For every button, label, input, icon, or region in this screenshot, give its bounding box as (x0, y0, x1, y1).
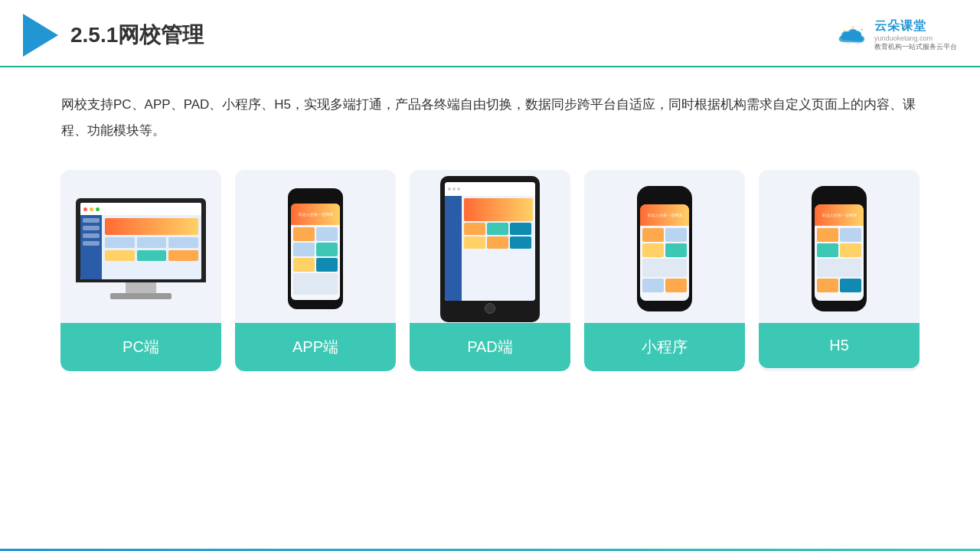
brand-subtitle: 教育机构一站式服务云平台 (874, 42, 957, 52)
brand-name: 云朵课堂 (874, 18, 926, 34)
card-pc-image (60, 170, 221, 323)
card-pc-label: PC端 (60, 323, 221, 371)
svg-point-3 (843, 30, 844, 31)
card-miniapp-label: 小程序 (584, 323, 745, 371)
card-pc: PC端 (60, 170, 221, 371)
card-h5-image: 职达人的第一堂网课 (759, 170, 920, 323)
phone-device: 职达人的第一堂网课 (288, 188, 343, 309)
svg-point-2 (852, 26, 854, 28)
header-left: 2.5.1网校管理 (23, 14, 204, 57)
card-app-label: APP端 (235, 323, 396, 371)
logo-triangle-icon (23, 14, 58, 57)
card-miniapp: 职达人的第一堂网课 (584, 170, 745, 371)
cloud-logo-icon (836, 23, 870, 47)
page-title: 2.5.1网校管理 (70, 21, 204, 50)
phone-device-3: 职达人的第一堂网课 (812, 186, 867, 311)
card-h5: 职达人的第一堂网课 (759, 170, 920, 371)
card-h5-label: H5 (759, 323, 920, 368)
brand-logo: 云朵课堂 yunduoketang.com 教育机构一站式服务云平台 (836, 18, 957, 52)
card-miniapp-image: 职达人的第一堂网课 (584, 170, 745, 323)
card-pad-label: PAD端 (410, 323, 570, 371)
description-paragraph: 网校支持PC、APP、PAD、小程序、H5，实现多端打通，产品各终端自由切换，数… (61, 92, 919, 144)
header: 2.5.1网校管理 云朵课堂 yunduoketang.com 教育机构一站式服… (0, 0, 980, 67)
description-text: 网校支持PC、APP、PAD、小程序、H5，实现多端打通，产品各终端自由切换，数… (0, 67, 980, 162)
cards-container: PC端 职达人的第一堂网课 (0, 162, 980, 386)
phone-device-2: 职达人的第一堂网课 (637, 186, 692, 311)
tablet-device (440, 176, 540, 322)
card-app: 职达人的第一堂网课 (235, 170, 396, 371)
card-pad: PAD端 (410, 170, 570, 371)
svg-point-4 (861, 29, 863, 31)
brand-text: 云朵课堂 yunduoketang.com 教育机构一站式服务云平台 (874, 18, 957, 52)
card-pad-image (410, 170, 570, 323)
brand-url: yunduoketang.com (874, 34, 933, 42)
card-app-image: 职达人的第一堂网课 (235, 170, 396, 323)
header-right: 云朵课堂 yunduoketang.com 教育机构一站式服务云平台 (836, 18, 957, 52)
monitor-device (76, 198, 206, 299)
